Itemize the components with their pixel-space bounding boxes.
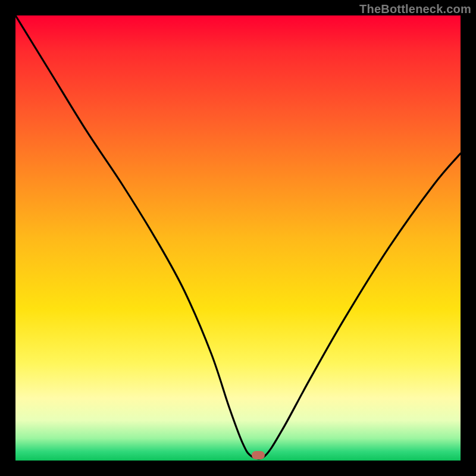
optimal-marker bbox=[252, 451, 265, 459]
plot-area bbox=[15, 15, 461, 461]
bottleneck-curve bbox=[15, 15, 461, 461]
watermark-text: TheBottleneck.com bbox=[359, 2, 471, 16]
chart-frame: TheBottleneck.com bbox=[0, 0, 476, 476]
